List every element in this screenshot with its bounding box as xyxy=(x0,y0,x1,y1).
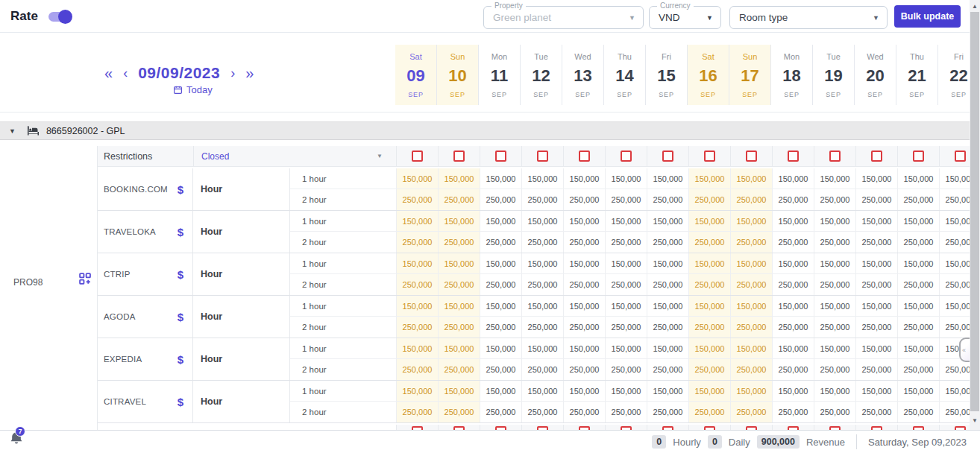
rate-cell[interactable]: 150,000 xyxy=(855,338,897,358)
rate-cell[interactable]: 250,000 xyxy=(939,189,970,210)
room-type-select[interactable]: Room type ▼ xyxy=(729,6,888,29)
rate-toggle[interactable] xyxy=(48,12,71,22)
rate-cell[interactable]: 150,000 xyxy=(855,211,897,231)
rate-cell[interactable]: 250,000 xyxy=(688,232,730,253)
scroll-down-arrow-icon[interactable]: ▼ xyxy=(970,417,980,424)
rate-cell[interactable]: 150,000 xyxy=(605,296,647,316)
rate-cell[interactable]: 250,000 xyxy=(521,402,563,422)
rate-cell[interactable]: 150,000 xyxy=(396,338,438,358)
rate-cell[interactable]: 150,000 xyxy=(480,253,521,273)
rate-cell[interactable]: 250,000 xyxy=(730,274,772,295)
currency-select[interactable]: Currency VND ▼ xyxy=(649,6,721,29)
currency-dollar-icon[interactable]: $ xyxy=(178,226,183,238)
closed-checkbox[interactable] xyxy=(829,151,841,162)
rate-cell[interactable]: 250,000 xyxy=(939,317,970,338)
rate-cell[interactable]: 250,000 xyxy=(688,317,730,338)
closed-checkbox[interactable] xyxy=(871,151,882,162)
rate-cell[interactable]: 150,000 xyxy=(939,381,970,401)
closed-checkbox[interactable] xyxy=(537,151,548,162)
rate-cell[interactable]: 250,000 xyxy=(730,359,772,380)
rate-cell[interactable]: 250,000 xyxy=(897,359,939,380)
rate-cell[interactable]: 250,000 xyxy=(647,359,688,380)
rate-cell[interactable]: 150,000 xyxy=(814,381,855,401)
closed-checkbox[interactable] xyxy=(913,151,924,162)
prev-day-button[interactable]: ‹ xyxy=(123,66,128,80)
rate-cell[interactable]: 250,000 xyxy=(814,317,855,338)
rate-cell[interactable]: 150,000 xyxy=(855,168,897,189)
rate-cell[interactable]: 250,000 xyxy=(688,359,730,380)
rate-cell[interactable]: 150,000 xyxy=(563,381,605,401)
rate-cell[interactable]: 150,000 xyxy=(730,168,772,189)
prev-week-button[interactable]: « xyxy=(104,66,113,80)
rate-cell[interactable]: 150,000 xyxy=(521,168,563,189)
closed-checkbox[interactable] xyxy=(579,151,590,162)
rate-cell[interactable]: 150,000 xyxy=(647,168,688,189)
rate-cell[interactable]: 250,000 xyxy=(814,402,855,422)
rate-cell[interactable]: 150,000 xyxy=(605,211,647,231)
rate-cell[interactable]: 250,000 xyxy=(647,402,688,422)
rate-cell[interactable]: 250,000 xyxy=(605,274,647,295)
bulk-update-button[interactable]: Bulk update xyxy=(894,5,961,28)
rate-cell[interactable]: 150,000 xyxy=(521,338,563,358)
rate-cell[interactable]: 150,000 xyxy=(897,296,939,316)
rate-cell[interactable]: 250,000 xyxy=(396,232,438,253)
rate-cell[interactable]: 250,000 xyxy=(814,274,855,295)
rate-cell[interactable]: 150,000 xyxy=(688,168,730,189)
rate-cell[interactable]: 150,000 xyxy=(605,253,647,273)
rate-cell[interactable]: 150,000 xyxy=(772,253,814,273)
rate-cell[interactable]: 250,000 xyxy=(688,402,730,422)
rate-cell[interactable]: 150,000 xyxy=(730,211,772,231)
currency-dollar-icon[interactable]: $ xyxy=(178,268,183,281)
rate-cell[interactable]: 250,000 xyxy=(605,402,647,422)
rate-cell[interactable]: 250,000 xyxy=(855,359,897,380)
closed-checkbox[interactable] xyxy=(621,151,632,162)
rate-cell[interactable]: 250,000 xyxy=(939,232,970,253)
rate-cell[interactable]: 150,000 xyxy=(897,211,939,231)
rate-cell[interactable]: 250,000 xyxy=(772,274,814,295)
rate-cell[interactable]: 150,000 xyxy=(772,381,814,401)
rate-cell[interactable]: 250,000 xyxy=(438,359,480,380)
rate-cell[interactable]: 150,000 xyxy=(396,253,438,273)
rate-cell[interactable]: 150,000 xyxy=(521,296,563,316)
rate-cell[interactable]: 250,000 xyxy=(897,402,939,422)
rate-cell[interactable]: 250,000 xyxy=(396,402,438,422)
rate-cell[interactable]: 150,000 xyxy=(521,211,563,231)
rate-cell[interactable]: 250,000 xyxy=(688,274,730,295)
rate-cell[interactable]: 150,000 xyxy=(814,296,855,316)
rate-cell[interactable]: 150,000 xyxy=(897,338,939,358)
rate-cell[interactable]: 150,000 xyxy=(772,296,814,316)
rate-cell[interactable]: 250,000 xyxy=(438,189,480,210)
rate-cell[interactable]: 150,000 xyxy=(688,338,730,358)
rate-cell[interactable]: 250,000 xyxy=(396,317,438,338)
closed-checkbox[interactable] xyxy=(412,151,423,162)
rate-cell[interactable]: 150,000 xyxy=(772,168,814,189)
rate-cell[interactable]: 250,000 xyxy=(480,402,521,422)
rate-cell[interactable]: 250,000 xyxy=(772,189,814,210)
rate-cell[interactable]: 150,000 xyxy=(730,296,772,316)
rate-cell[interactable]: 250,000 xyxy=(814,189,855,210)
rate-cell[interactable]: 150,000 xyxy=(939,296,970,316)
rate-cell[interactable]: 250,000 xyxy=(855,402,897,422)
closed-checkbox[interactable] xyxy=(788,151,799,162)
rate-cell[interactable]: 250,000 xyxy=(897,274,939,295)
rate-cell[interactable]: 250,000 xyxy=(396,359,438,380)
rate-cell[interactable]: 250,000 xyxy=(396,189,438,210)
rate-cell[interactable]: 150,000 xyxy=(772,211,814,231)
rate-cell[interactable]: 150,000 xyxy=(396,296,438,316)
rate-cell[interactable]: 150,000 xyxy=(396,211,438,231)
rate-cell[interactable]: 150,000 xyxy=(772,338,814,358)
rate-cell[interactable]: 150,000 xyxy=(438,211,480,231)
rate-cell[interactable]: 150,000 xyxy=(688,381,730,401)
rate-cell[interactable]: 150,000 xyxy=(647,253,688,273)
rate-cell[interactable]: 250,000 xyxy=(480,317,521,338)
rate-cell[interactable]: 250,000 xyxy=(939,274,970,295)
rate-cell[interactable]: 250,000 xyxy=(396,274,438,295)
closed-checkbox[interactable] xyxy=(662,151,673,162)
rate-cell[interactable]: 150,000 xyxy=(897,168,939,189)
rate-cell[interactable]: 250,000 xyxy=(563,189,605,210)
rate-cell[interactable]: 250,000 xyxy=(480,359,521,380)
rate-cell[interactable]: 250,000 xyxy=(521,232,563,253)
rate-cell[interactable]: 250,000 xyxy=(814,232,855,253)
rate-cell[interactable]: 150,000 xyxy=(480,211,521,231)
rate-cell[interactable]: 250,000 xyxy=(772,232,814,253)
